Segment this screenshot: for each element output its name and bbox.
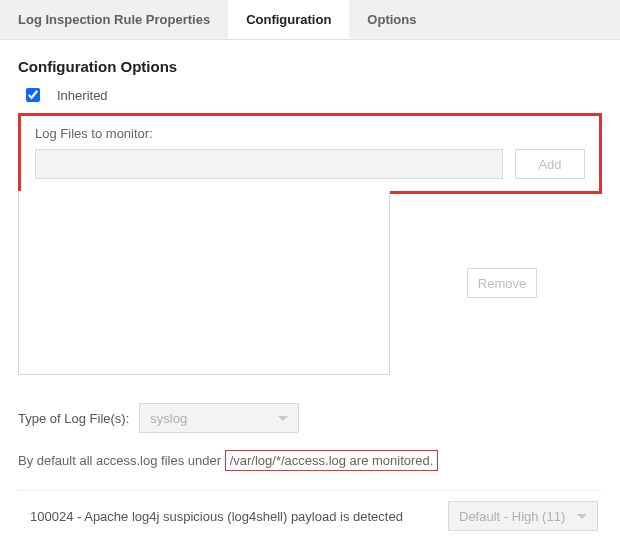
tab-bar: Log Inspection Rule Properties Configura… [0, 0, 620, 40]
log-files-label: Log Files to monitor: [35, 126, 585, 141]
type-row: Type of Log File(s): syslog [18, 403, 602, 433]
type-value: syslog [150, 411, 187, 426]
log-files-list-row: Remove [18, 191, 602, 375]
default-monitor-text: By default all access.log files under /v… [18, 453, 602, 468]
rule-row: 100024 - Apache log4j suspicious (log4sh… [18, 491, 602, 531]
tab-properties[interactable]: Log Inspection Rule Properties [0, 0, 228, 39]
rule-text: 100024 - Apache log4j suspicious (log4sh… [30, 509, 403, 524]
severity-value: Default - High (11) [459, 509, 565, 524]
chevron-down-icon [278, 416, 288, 421]
inherited-checkbox[interactable] [26, 88, 40, 102]
severity-select[interactable]: Default - High (11) [448, 501, 598, 531]
log-file-input[interactable] [35, 149, 503, 179]
log-files-section: Log Files to monitor: Add [18, 113, 602, 194]
type-select[interactable]: syslog [139, 403, 299, 433]
log-files-listbox[interactable] [18, 191, 390, 375]
config-panel: Configuration Options Inherited Log File… [0, 40, 620, 549]
default-highlight: /var/log/*/access.log are monitored. [225, 450, 439, 471]
inherited-label: Inherited [57, 88, 108, 103]
inherited-row: Inherited [18, 85, 602, 105]
remove-button[interactable]: Remove [467, 268, 537, 298]
chevron-down-icon [577, 514, 587, 519]
tab-configuration[interactable]: Configuration [228, 0, 349, 39]
add-button[interactable]: Add [515, 149, 585, 179]
type-label: Type of Log File(s): [18, 411, 129, 426]
default-prefix: By default all access.log files under [18, 453, 225, 468]
tab-options[interactable]: Options [349, 0, 434, 39]
section-title: Configuration Options [18, 58, 602, 75]
